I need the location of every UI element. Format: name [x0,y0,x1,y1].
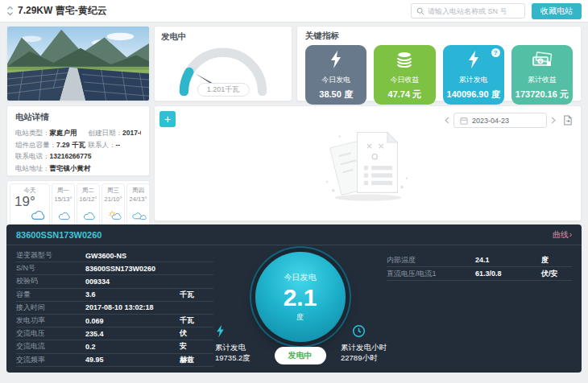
left-column: 电站详情 电站类型：家庭户用 创建日期：2017-08-10 组件总容量：7.2… [6,105,150,221]
indicator-value: 47.74 元 [388,89,422,101]
date-value: 2023-04-23 [472,117,509,125]
device-panel-body: 逆变器型号GW3600-NS S/N号83600SSN173W0260 校验码0… [6,245,582,372]
summary-row: 发电中 1.201千瓦 关键指标 今日发电 38.50 度 [0,23,588,101]
indicator-label: 今日发电 [321,75,350,85]
field-capacity: 组件总容量：7.29 千瓦 [15,139,88,151]
table-row: 发电功率0.069千瓦 [16,315,213,327]
table-row: 接入时间2017-08-10 13:02:18 [16,302,213,315]
export-report-icon[interactable] [562,115,573,126]
station-details-title: 电站详情 [15,112,141,123]
indicator-value: 140096.90 度 [447,89,500,101]
stat-label: 累计发电 [215,343,246,352]
station-search-box [411,3,525,19]
device-right-table: 内部温度24.1度 直流电压/电流161.3/0.8伏/安 [387,249,572,367]
table-row: 交流电压235.4伏 [16,327,213,340]
previous-day-arrow-icon[interactable] [445,117,449,124]
total-hours-stat: 累计发电小时 22789小时 [341,324,387,363]
weather-day-label: 周四 [132,187,144,195]
cloud-icon [83,209,98,224]
weather-today: 今天 19° [10,183,50,227]
weather-day-tue: 周二 16/12° [77,183,100,227]
today-generation-circle: 今日发电 2.1 度 [255,252,346,342]
search-input[interactable] [428,7,520,15]
curve-link-label: 曲线 [553,229,569,241]
weather-day-temp: 21/10° [105,196,122,203]
chart-area-card: + 2023-04-23 [154,105,582,221]
station-photo [6,26,150,101]
key-indicators-title: 关键指标 [305,31,573,42]
table-row: S/N号83600SSN173W0260 [16,262,213,275]
weather-day-temp: 15/13° [55,196,72,203]
total-generation-stat: 累计发电 19735.2度 [215,324,251,363]
page-title: 7.29KW 曹宅-黄纪云 [18,4,107,18]
station-details-card: 电站详情 电站类型：家庭户用 创建日期：2017-08-10 组件总容量：7.2… [6,105,150,176]
device-left-table: 逆变器型号GW3600-NS S/N号83600SSN173W0260 校验码0… [16,249,213,367]
circle-unit: 度 [296,312,304,323]
cash-icon [532,50,553,72]
key-indicators-card: 关键指标 今日发电 38.50 度 今日收 [296,26,582,101]
favorite-station-button[interactable]: 收藏电站 [532,3,582,19]
circle-value: 2.1 [284,285,317,311]
indicator-total-generation: ? 累计发电 140096.90 度 [443,45,504,105]
details-row: 电站详情 电站类型：家庭户用 创建日期：2017-08-10 组件总容量：7.2… [0,101,588,221]
topbar-left: 7.29KW 曹宅-黄纪云 [6,4,107,18]
search-icon [416,7,424,15]
indicator-label: 累计收益 [528,75,557,85]
weather-card: 今天 19° 周一 15/13° 周二 16/12° [6,180,150,230]
device-panel-header: 83600SSN173W0260 曲线 › [6,224,582,245]
topbar-right: 收藏电站 [411,3,582,19]
weather-day-label: 周三 [107,187,119,195]
indicator-label: 累计发电 [459,75,488,85]
sun-cloud-icon [107,209,123,224]
weather-day-thu: 周四 24/13° [126,183,150,227]
clouds-icon [132,209,148,224]
indicator-today-generation: 今日发电 38.50 度 [305,45,366,105]
weather-day-label: 周一 [57,187,69,195]
next-day-arrow-icon[interactable] [551,117,556,124]
curve-link[interactable]: 曲线 › [553,229,572,241]
table-row: 直流电压/电流161.3/0.8伏/安 [387,267,572,281]
indicator-value: 173720.16 元 [516,89,569,101]
date-picker[interactable]: 2023-04-23 [453,113,547,128]
cloud-icon [31,209,48,224]
calendar-icon [460,117,468,125]
indicator-value: 38.50 度 [319,89,353,101]
field-station-type: 电站类型：家庭户用 [15,127,88,139]
add-button[interactable]: + [159,111,176,127]
lightning-icon [329,50,343,72]
stat-value: 22789小时 [341,353,377,362]
field-address: 电站地址：曹宅镇小黄村 [15,163,141,175]
expand-collapse-chevrons-icon[interactable] [6,5,14,17]
device-sn-tab[interactable]: 83600SSN173W0260 [16,230,101,240]
lightning-icon [466,50,481,72]
indicator-tiles: 今日发电 38.50 度 今日收益 47.74 元 ? [305,45,573,105]
gauge-value-label: 1.201千瓦 [197,83,250,97]
help-question-icon[interactable]: ? [491,48,500,57]
table-row: 校验码009334 [16,275,213,288]
lightning-icon [215,324,251,340]
stat-label: 累计发电小时 [341,343,387,352]
indicator-total-income: 累计收益 173720.16 元 [511,45,573,105]
weather-day-label: 周二 [82,187,94,195]
field-phone: 联系电话：13216266775 [15,150,141,163]
weather-today-temp: 19° [11,195,35,209]
weather-day-temp: 16/12° [80,196,97,203]
cloud-icon [58,209,73,224]
generation-gauge-card: 发电中 1.201千瓦 [154,26,292,101]
clock-icon [352,324,387,340]
solar-plant-photo-illustration [7,27,149,101]
no-data-illustration [304,122,433,209]
indicator-label: 今日收益 [390,75,419,85]
field-contact: 联系人：-- [88,139,141,151]
table-row: 交流频率49.95赫兹 [16,354,213,367]
table-row: 容量3.6千瓦 [16,289,213,302]
weather-day-wed: 周三 21/10° [101,183,125,227]
inverter-device-panel: 83600SSN173W0260 曲线 › 逆变器型号GW3600-NS S/N… [6,224,582,373]
indicator-today-income: 今日收益 47.74 元 [374,45,435,105]
table-row: 内部温度24.1度 [387,253,572,267]
device-center-display: 今日发电 2.1 度 累计发电 19735.2度 发电中 累计发电小时 [213,249,387,367]
weather-day-mon: 周一 15/13° [52,183,75,227]
field-created-date: 创建日期：2017-08-10 [88,127,141,139]
table-row: 交流电流0.2安 [16,340,213,353]
table-row: 逆变器型号GW3600-NS [16,249,213,262]
